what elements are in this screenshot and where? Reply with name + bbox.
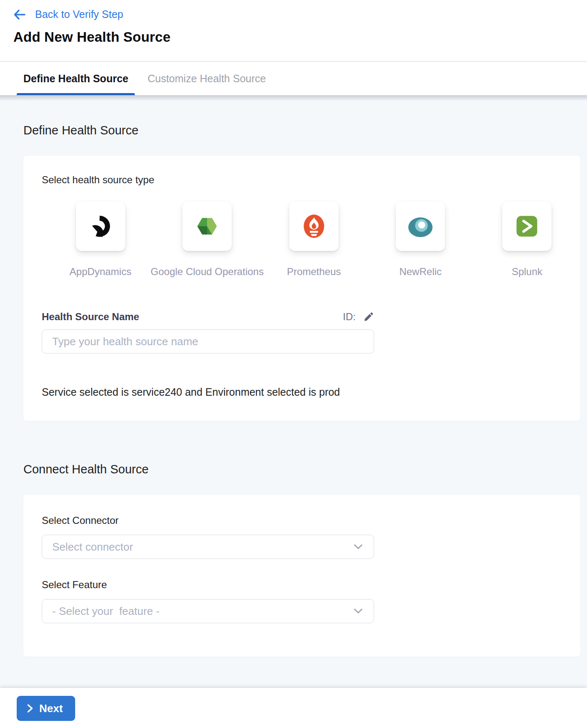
source-type-label: NewRelic xyxy=(399,266,441,278)
next-button[interactable]: Next xyxy=(17,696,75,721)
footer-bar: Next xyxy=(0,688,587,728)
select-source-type-label: Select health source type xyxy=(42,174,580,186)
service-environment-note: Service selected is service240 and Envir… xyxy=(42,386,580,398)
source-type-label: Google Cloud Operations xyxy=(151,266,264,278)
source-type-label: Splunk xyxy=(512,266,542,278)
feature-select-placeholder: - Select your feature - xyxy=(52,605,159,618)
connector-select[interactable]: Select connector xyxy=(42,535,374,559)
tab-bar: Define Health Source Customize Health So… xyxy=(0,62,587,95)
splunk-icon xyxy=(516,215,538,238)
tab-define-health-source[interactable]: Define Health Source xyxy=(17,62,135,95)
source-type-label: AppDynamics xyxy=(70,266,132,278)
source-type-item-splunk: Splunk xyxy=(474,202,580,278)
health-source-name-row: Health Source Name ID: xyxy=(42,311,374,323)
select-feature-label: Select Feature xyxy=(42,579,580,591)
edit-id-icon[interactable] xyxy=(363,311,374,322)
source-type-tiles: AppDynamics Google Cloud Operations xyxy=(47,202,580,278)
appdynamics-icon xyxy=(89,214,113,238)
id-group: ID: xyxy=(343,311,374,323)
source-type-item-prometheus: Prometheus xyxy=(261,202,367,278)
define-health-source-card: Select health source type AppDynamics xyxy=(23,156,580,421)
chevron-down-icon xyxy=(354,544,363,550)
back-link-label: Back to Verify Step xyxy=(35,8,123,20)
page-header: Back to Verify Step Add New Health Sourc… xyxy=(0,0,587,62)
source-type-card-prometheus[interactable] xyxy=(289,202,339,251)
newrelic-icon xyxy=(408,214,433,238)
google-cloud-operations-icon xyxy=(195,215,219,238)
source-type-card-appdynamics[interactable] xyxy=(76,202,125,251)
define-section-heading: Define Health Source xyxy=(23,124,587,137)
id-label: ID: xyxy=(343,311,356,323)
source-type-card-gco[interactable] xyxy=(182,202,232,251)
next-button-label: Next xyxy=(39,702,63,715)
health-source-name-label: Health Source Name xyxy=(42,311,139,323)
chevron-down-icon xyxy=(354,608,363,614)
source-type-card-splunk[interactable] xyxy=(502,202,552,251)
health-source-name-input[interactable] xyxy=(42,329,374,354)
main-content: Define Health Source Select health sourc… xyxy=(0,95,587,688)
feature-select[interactable]: - Select your feature - xyxy=(42,599,374,623)
source-type-item-appdynamics: AppDynamics xyxy=(47,202,154,278)
back-arrow-icon xyxy=(13,9,26,20)
connector-select-placeholder: Select connector xyxy=(52,541,133,554)
prometheus-icon xyxy=(302,215,326,238)
source-type-item-gco: Google Cloud Operations xyxy=(154,202,261,278)
next-chevron-icon xyxy=(27,703,33,713)
connect-health-source-card: Select Connector Select connector Select… xyxy=(23,495,580,657)
source-type-label: Prometheus xyxy=(287,266,341,278)
tab-customize-health-source[interactable]: Customize Health Source xyxy=(141,62,272,95)
source-type-item-newrelic: NewRelic xyxy=(367,202,474,278)
page-title: Add New Health Source xyxy=(13,29,587,45)
source-type-card-newrelic[interactable] xyxy=(396,202,445,251)
back-to-verify-step-link[interactable]: Back to Verify Step xyxy=(13,8,123,20)
select-connector-label: Select Connector xyxy=(42,515,580,526)
connect-section-heading: Connect Health Source xyxy=(23,463,587,476)
